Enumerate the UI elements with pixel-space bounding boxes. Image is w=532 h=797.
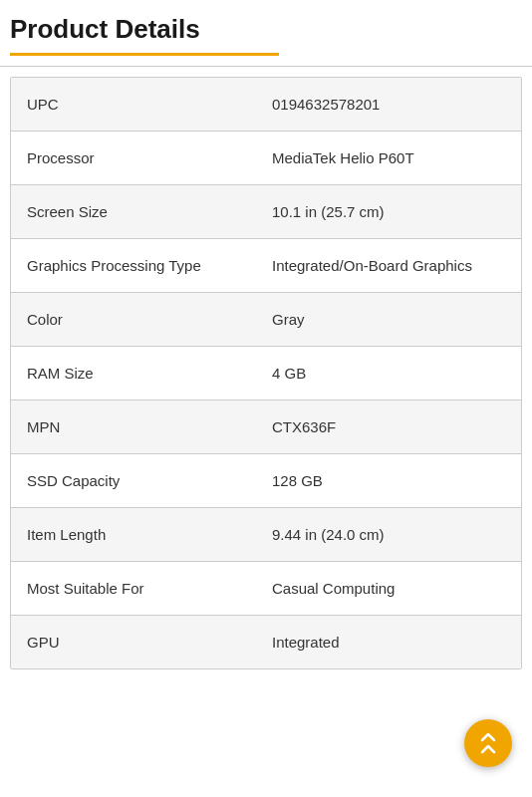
table-row: SSD Capacity128 GB	[11, 454, 521, 508]
table-cell-value: MediaTek Helio P60T	[260, 132, 521, 184]
table-row: ProcessorMediaTek Helio P60T	[11, 132, 521, 185]
table-row: ColorGray	[11, 293, 521, 347]
title-underline	[10, 53, 279, 56]
table-row: GPUIntegrated	[11, 616, 521, 668]
table-cell-value: 9.44 in (24.0 cm)	[260, 508, 521, 561]
table-cell-value: Casual Computing	[260, 562, 521, 615]
table-row: MPNCTX636F	[11, 400, 521, 454]
scroll-to-top-button[interactable]	[464, 719, 512, 767]
section-divider	[0, 66, 532, 67]
table-cell-value: 4 GB	[260, 347, 521, 399]
table-cell-label: GPU	[11, 616, 260, 668]
table-cell-label: Graphics Processing Type	[11, 239, 260, 292]
table-cell-value: CTX636F	[260, 400, 521, 453]
table-cell-label: RAM Size	[11, 347, 260, 399]
table-row: Most Suitable ForCasual Computing	[11, 562, 521, 616]
table-cell-label: UPC	[11, 78, 260, 131]
table-row: UPC0194632578201	[11, 78, 521, 132]
table-cell-value: Integrated/On-Board Graphics	[260, 239, 521, 292]
table-cell-label: Item Length	[11, 508, 260, 561]
table-cell-value: 128 GB	[260, 454, 521, 507]
table-row: Graphics Processing TypeIntegrated/On-Bo…	[11, 239, 521, 293]
table-cell-label: SSD Capacity	[11, 454, 260, 507]
table-cell-value: 0194632578201	[260, 78, 521, 131]
table-cell-value: Gray	[260, 293, 521, 346]
table-cell-value: 10.1 in (25.7 cm)	[260, 185, 521, 238]
table-row: Screen Size10.1 in (25.7 cm)	[11, 185, 521, 239]
table-cell-label: MPN	[11, 400, 260, 453]
table-cell-label: Processor	[11, 132, 260, 184]
page-title: Product Details	[10, 14, 522, 45]
table-row: Item Length9.44 in (24.0 cm)	[11, 508, 521, 562]
table-row: RAM Size4 GB	[11, 347, 521, 400]
chevron-up-icon	[479, 728, 497, 758]
table-cell-value: Integrated	[260, 616, 521, 668]
table-cell-label: Most Suitable For	[11, 562, 260, 615]
product-details-table: UPC0194632578201ProcessorMediaTek Helio …	[10, 77, 522, 669]
table-cell-label: Color	[11, 293, 260, 346]
table-cell-label: Screen Size	[11, 185, 260, 238]
page-title-section: Product Details	[0, 0, 532, 56]
page-container: Product Details UPC0194632578201Processo…	[0, 0, 532, 669]
